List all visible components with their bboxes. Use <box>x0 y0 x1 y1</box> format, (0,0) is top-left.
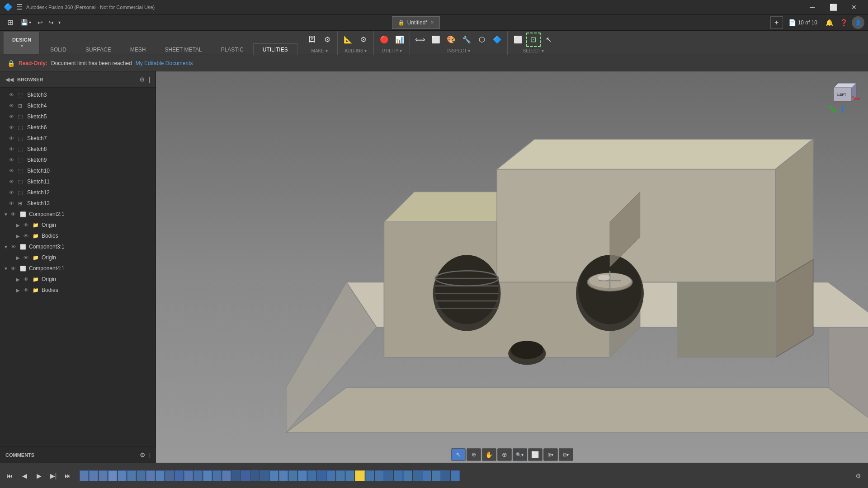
visibility-icon[interactable]: 👁 <box>24 255 31 260</box>
undo-button[interactable]: ↩ <box>36 16 45 29</box>
select-icon-1[interactable]: ⬜ <box>511 33 525 47</box>
timeline-step[interactable] <box>403 470 412 481</box>
zoom-tool-button[interactable]: ⊕ <box>497 448 512 461</box>
expand-icon[interactable]: ▶ <box>16 255 22 260</box>
view-options-button[interactable]: ⊞▾ <box>543 448 558 461</box>
tab-surface[interactable]: SURFACE <box>76 43 121 56</box>
settings-icon[interactable]: ⚙ <box>852 469 864 482</box>
hamburger-icon[interactable]: ☰ <box>16 3 23 11</box>
tab-utilities[interactable]: UTILITIES <box>253 43 297 56</box>
timeline-prev-button[interactable]: ◀ <box>18 469 31 482</box>
viewport[interactable]: Y X Z LEFT ↖ ⊕ ✋ ⊕ 🔍▾ ⬜ ⊞▾ ⊟▾ <box>156 71 868 463</box>
timeline-step[interactable] <box>80 470 89 481</box>
fit-view-button[interactable]: ⬜ <box>528 448 542 461</box>
timeline-step[interactable] <box>203 470 212 481</box>
timeline-step[interactable] <box>326 470 335 481</box>
list-item[interactable]: ▼ 👁 ⬜ Component4:1 <box>0 263 156 274</box>
visibility-icon[interactable]: 👁 <box>9 92 16 98</box>
close-tab-button[interactable]: ✕ <box>430 20 434 25</box>
inspect-icon-6[interactable]: 🔷 <box>490 33 505 47</box>
inspect-icon-4[interactable]: 🔧 <box>459 33 474 47</box>
visibility-icon[interactable]: 👁 <box>24 233 31 239</box>
timeline-step[interactable] <box>345 470 354 481</box>
select-icon-2[interactable]: ⊡ <box>526 33 541 47</box>
timeline-step[interactable] <box>288 470 297 481</box>
timeline-step[interactable] <box>355 470 365 481</box>
pan-tool-button[interactable]: ✋ <box>482 448 496 461</box>
timeline-step[interactable] <box>336 470 345 481</box>
sidebar-collapse-left[interactable]: ◀◀ <box>5 76 14 83</box>
list-item[interactable]: 👁 ⊞ Sketch13 <box>0 198 156 209</box>
expand-icon[interactable]: ▶ <box>16 288 22 293</box>
tab-plastic[interactable]: PLASTIC <box>212 43 253 56</box>
list-item[interactable]: 👁 ⬚ Sketch8 <box>0 144 156 155</box>
timeline-step[interactable] <box>432 470 441 481</box>
inspect-icon-5[interactable]: ⬡ <box>475 33 489 47</box>
utility-icon-2[interactable]: 📊 <box>392 33 407 47</box>
timeline-step[interactable] <box>241 470 250 481</box>
expand-icon[interactable]: ▶ <box>16 234 22 239</box>
inspect-icon-2[interactable]: ⬜ <box>429 33 443 47</box>
timeline-first-button[interactable]: ⏮ <box>4 469 16 482</box>
timeline-step[interactable] <box>451 470 460 481</box>
timeline-step[interactable] <box>165 470 174 481</box>
timeline-step[interactable] <box>394 470 403 481</box>
view-cube[interactable]: Y X Z LEFT <box>825 79 861 115</box>
timeline-step[interactable] <box>212 470 222 481</box>
orbit-tool-button[interactable]: ⊕ <box>467 448 481 461</box>
minimize-button[interactable]: ─ <box>802 0 823 14</box>
comments-settings-icon[interactable]: ⚙ <box>140 451 146 459</box>
visibility-icon[interactable]: 👁 <box>9 103 16 108</box>
profile-button[interactable]: 👤 <box>852 16 864 29</box>
new-tab-button[interactable]: + <box>770 16 783 29</box>
list-item[interactable]: ▶ 👁 📁 Bodies <box>0 230 156 241</box>
timeline-step[interactable] <box>260 470 269 481</box>
timeline-step[interactable] <box>175 470 184 481</box>
timeline-step[interactable] <box>307 470 316 481</box>
list-item[interactable]: ▼ 👁 ⬜ Component3:1 <box>0 241 156 252</box>
timeline-step[interactable] <box>413 470 422 481</box>
make-icon-1[interactable]: 🖼 <box>305 33 319 47</box>
utility-icon-1[interactable]: 🔴 <box>377 33 392 47</box>
timeline-last-button[interactable]: ⏭ <box>61 469 74 482</box>
visibility-icon[interactable]: 👁 <box>9 179 16 184</box>
document-tab[interactable]: 🔒 Untitled* ✕ <box>392 16 440 29</box>
timeline-step[interactable] <box>375 470 384 481</box>
timeline-step[interactable] <box>146 470 155 481</box>
list-item[interactable]: 👁 ⬚ Sketch11 <box>0 176 156 187</box>
timeline-step[interactable] <box>118 470 127 481</box>
design-dropdown-button[interactable]: DESIGN ▾ <box>4 32 40 54</box>
list-item[interactable]: 👁 ⬚ Sketch6 <box>0 122 156 133</box>
list-item[interactable]: ▶ 👁 📁 Origin <box>0 252 156 263</box>
inspect-icon-1[interactable]: ⟺ <box>413 33 428 47</box>
timeline-step[interactable] <box>365 470 374 481</box>
visibility-icon[interactable]: 👁 <box>9 168 16 174</box>
list-item[interactable]: 👁 ⬚ Sketch7 <box>0 133 156 144</box>
maximize-button[interactable]: ⬜ <box>823 0 844 14</box>
timeline-step[interactable] <box>222 470 231 481</box>
visibility-icon[interactable]: 👁 <box>9 114 16 119</box>
timeline-step[interactable] <box>384 470 393 481</box>
sidebar-collapse-right[interactable]: | <box>149 76 150 83</box>
timeline-play-button[interactable]: ▶ <box>33 469 45 482</box>
visibility-icon[interactable]: 👁 <box>11 266 18 271</box>
list-item[interactable]: 👁 ⬚ Sketch10 <box>0 165 156 176</box>
visibility-icon[interactable]: 👁 <box>24 287 31 293</box>
visibility-icon[interactable]: 👁 <box>9 201 16 206</box>
list-item[interactable]: ▶ 👁 📁 Origin <box>0 274 156 285</box>
expand-icon[interactable]: ▼ <box>4 266 9 271</box>
close-button[interactable]: ✕ <box>844 0 864 14</box>
redo-button[interactable]: ↪ <box>47 16 56 29</box>
visibility-icon[interactable]: 👁 <box>9 136 16 141</box>
visibility-icon[interactable]: 👁 <box>9 157 16 163</box>
zoom-dropdown[interactable]: 🔍▾ <box>513 448 527 461</box>
timeline-next-button[interactable]: ▶| <box>47 469 60 482</box>
sidebar-settings-icon[interactable]: ⚙ <box>139 76 145 83</box>
list-item[interactable]: 👁 ⊞ Sketch4 <box>0 100 156 111</box>
timeline-step[interactable] <box>279 470 288 481</box>
app-menu-icon[interactable]: ⊞ <box>4 16 16 29</box>
visibility-icon[interactable]: 👁 <box>11 211 18 217</box>
addins-icon-1[interactable]: 📐 <box>341 33 355 47</box>
expand-icon[interactable]: ▶ <box>16 277 22 282</box>
tab-mesh[interactable]: MESH <box>121 43 156 56</box>
